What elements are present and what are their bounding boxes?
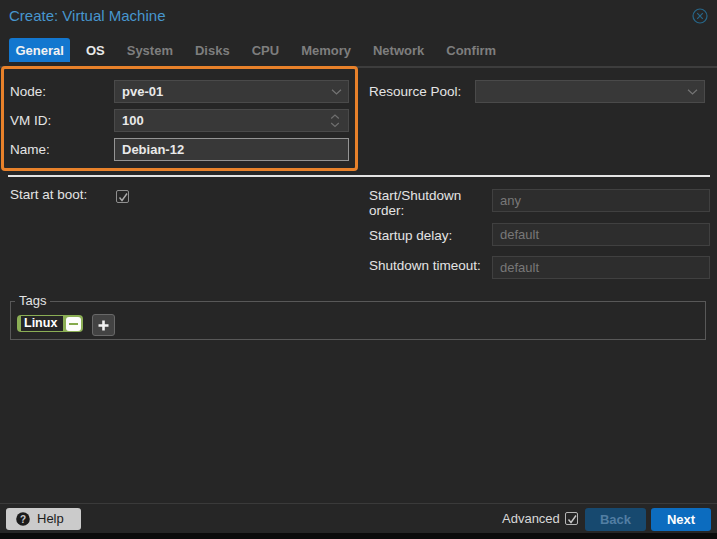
svg-text:?: ? [20, 513, 26, 524]
